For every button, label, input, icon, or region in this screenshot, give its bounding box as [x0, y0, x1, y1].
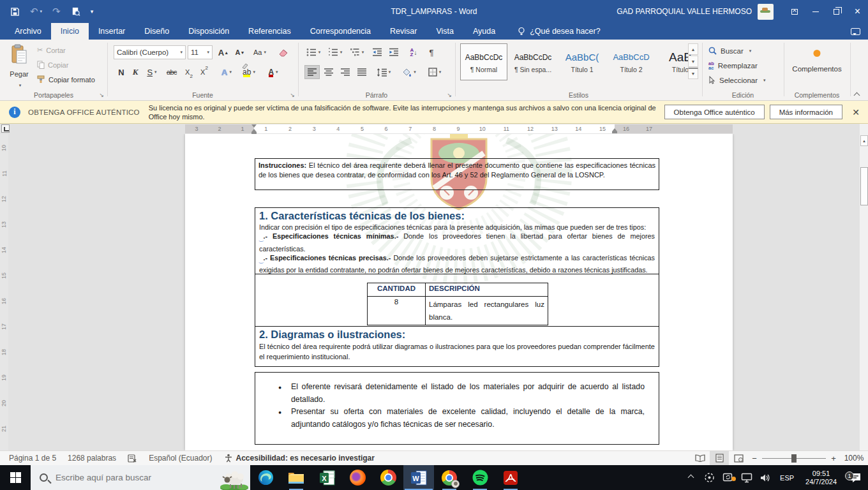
- font-family-select[interactable]: Calibri (Cuerpo)▾: [114, 45, 186, 59]
- format-painter-button[interactable]: Copiar formato: [37, 75, 95, 84]
- taskbar-spotify-icon[interactable]: [465, 465, 495, 490]
- clear-formatting-button[interactable]: [276, 45, 291, 59]
- restore-button[interactable]: [826, 0, 847, 23]
- clipboard-dialog-launcher-icon[interactable]: ↘: [99, 92, 104, 98]
- addins-button[interactable]: Complementos: [784, 65, 850, 73]
- select-button[interactable]: Seleccionar▾: [708, 73, 766, 87]
- font-dialog-launcher-icon[interactable]: ↘: [290, 92, 295, 98]
- network-icon[interactable]: [737, 473, 756, 483]
- ribbon-tab[interactable]: Archivo: [5, 23, 51, 40]
- superscript-button[interactable]: X2: [197, 65, 212, 79]
- bold-button[interactable]: N: [115, 65, 128, 79]
- strikethrough-button[interactable]: abc: [163, 65, 180, 79]
- save-icon[interactable]: [10, 7, 20, 17]
- redo-icon[interactable]: ↷: [52, 6, 61, 17]
- zoom-level[interactable]: 100%: [840, 454, 868, 463]
- text-effects-button[interactable]: A▾: [217, 65, 236, 79]
- ribbon-tab[interactable]: Ayuda: [463, 23, 505, 40]
- styles-scroll-down-icon[interactable]: ▼: [688, 56, 698, 67]
- sort-button[interactable]: AZ↓: [405, 45, 422, 59]
- update-icon[interactable]: [719, 472, 737, 483]
- volume-icon[interactable]: [756, 473, 774, 483]
- taskbar-acrobat-icon[interactable]: [495, 465, 526, 490]
- style-card[interactable]: AaBbCcD Título 2: [608, 43, 655, 80]
- borders-button[interactable]: ▾: [424, 65, 445, 79]
- ribbon-tab[interactable]: Revisar: [380, 23, 426, 40]
- tell-me-box[interactable]: ¿Qué desea hacer?: [518, 23, 601, 40]
- ribbon-tab[interactable]: Diseño: [135, 23, 179, 40]
- underline-button[interactable]: S▾: [143, 65, 161, 79]
- find-button[interactable]: Buscar▾: [708, 44, 751, 57]
- taskbar-excel-icon[interactable]: X: [311, 465, 342, 490]
- font-size-select[interactable]: 11▾: [188, 45, 213, 59]
- meet-now-icon[interactable]: [700, 472, 719, 483]
- warning-close-icon[interactable]: ✕: [848, 107, 864, 117]
- show-hidden-icons-chevron[interactable]: [682, 475, 700, 480]
- ribbon-tab[interactable]: Insertar: [89, 23, 135, 40]
- ribbon-tab[interactable]: Correspondencia: [301, 23, 380, 40]
- align-right-button[interactable]: [338, 65, 353, 79]
- tab-selector[interactable]: [1, 124, 10, 133]
- word-count[interactable]: 1268 palabras: [68, 454, 116, 463]
- shading-button[interactable]: ▾: [399, 65, 419, 79]
- increase-indent-button[interactable]: [386, 45, 401, 59]
- change-case-button[interactable]: Aa▾: [250, 45, 269, 59]
- taskbar-firefox-icon[interactable]: [342, 465, 373, 490]
- italic-button[interactable]: K: [129, 65, 142, 79]
- ribbon-tab[interactable]: Vista: [426, 23, 463, 40]
- scrollbar-thumb[interactable]: [860, 167, 868, 205]
- taskbar-edge-icon[interactable]: [250, 465, 281, 490]
- customize-qat-icon[interactable]: ▾: [91, 8, 94, 15]
- taskbar-search[interactable]: [31, 465, 250, 490]
- highlight-button[interactable]: ab ▾: [239, 65, 259, 79]
- addins-dot-icon[interactable]: [814, 50, 821, 57]
- justify-button[interactable]: [354, 65, 370, 79]
- action-center-icon[interactable]: 1: [842, 472, 868, 483]
- language-status[interactable]: Español (Ecuador): [149, 454, 212, 463]
- paste-button[interactable]: Pegar ▾: [4, 43, 34, 89]
- align-center-button[interactable]: [321, 65, 336, 79]
- taskbar-chrome-icon[interactable]: [373, 465, 403, 490]
- undo-icon[interactable]: ↶▾: [30, 6, 42, 17]
- close-button[interactable]: ×: [847, 0, 868, 23]
- language-indicator[interactable]: ESP: [774, 474, 800, 482]
- ribbon-tab[interactable]: Referencias: [239, 23, 301, 40]
- styles-more-icon[interactable]: ▼: [688, 68, 698, 79]
- print-layout-button[interactable]: [710, 451, 729, 465]
- shrink-font-button[interactable]: A▼: [232, 45, 248, 59]
- zoom-slider-thumb[interactable]: [791, 454, 797, 463]
- feedback-icon[interactable]: [851, 23, 860, 40]
- style-card[interactable]: AaBbCcDc ¶ Sin espa...: [509, 43, 557, 80]
- line-spacing-button[interactable]: ▾: [373, 65, 394, 79]
- show-marks-button[interactable]: ¶: [424, 45, 438, 59]
- get-genuine-office-button[interactable]: Obtenga Office auténtico: [664, 105, 765, 119]
- scroll-up-icon[interactable]: ▲: [860, 135, 868, 146]
- align-left-button[interactable]: [304, 65, 320, 79]
- vertical-scrollbar[interactable]: ▲: [859, 124, 868, 450]
- numbered-list-button[interactable]: ▾: [326, 45, 344, 59]
- zoom-out-button[interactable]: −: [748, 454, 761, 463]
- ribbon-tab[interactable]: Disposición: [179, 23, 239, 40]
- styles-scroll-up-icon[interactable]: ▲: [688, 43, 698, 55]
- account-name[interactable]: GAD PARROQUIAL VALLE HERMOSO: [617, 7, 752, 16]
- clock[interactable]: 09:51 24/7/2024: [800, 470, 842, 486]
- search-input[interactable]: [56, 473, 209, 482]
- collapse-ribbon-icon[interactable]: [855, 91, 862, 96]
- taskbar-file-explorer-icon[interactable]: [281, 465, 311, 490]
- style-card[interactable]: AaBbCcDc ¶ Normal: [460, 43, 507, 80]
- replace-button[interactable]: abac Reemplazar: [708, 59, 758, 72]
- style-card[interactable]: AaBbC( Título 1: [558, 43, 606, 80]
- ribbon-display-options-icon[interactable]: [784, 0, 805, 23]
- first-line-indent-marker[interactable]: [251, 124, 257, 128]
- more-info-button[interactable]: Más información: [770, 105, 842, 119]
- paragraph-dialog-launcher-icon[interactable]: ↘: [447, 92, 452, 98]
- accessibility-status[interactable]: Accesibilidad: es necesario investigar: [224, 454, 375, 463]
- read-mode-button[interactable]: [691, 451, 710, 465]
- minimize-button[interactable]: [805, 0, 826, 23]
- zoom-slider[interactable]: [762, 458, 826, 459]
- start-button[interactable]: [0, 465, 31, 490]
- account-avatar[interactable]: [758, 4, 774, 20]
- print-preview-icon[interactable]: [71, 7, 80, 17]
- zoom-in-button[interactable]: +: [827, 454, 840, 463]
- page-count[interactable]: Página 1 de 5: [9, 454, 56, 463]
